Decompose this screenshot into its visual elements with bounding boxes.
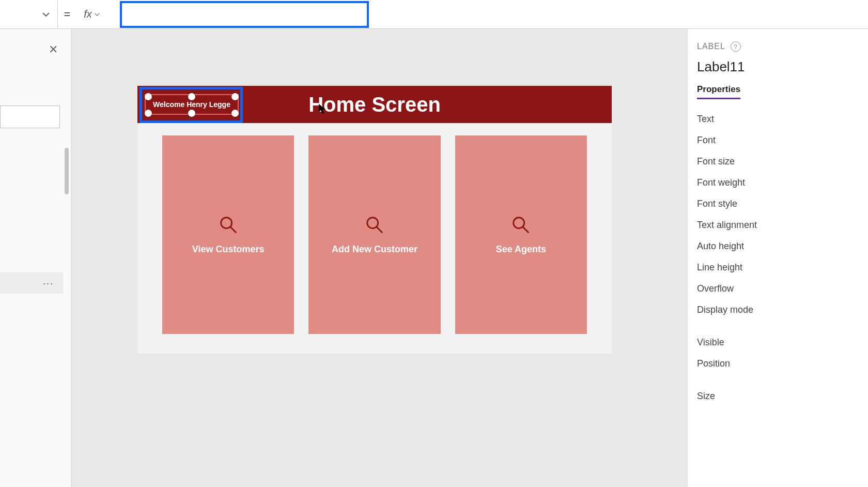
fx-button[interactable]: fx (76, 4, 107, 25)
search-icon (511, 215, 531, 235)
prop-font-size[interactable]: Font size (697, 151, 858, 172)
prop-font[interactable]: Font (697, 130, 858, 151)
prop-display-mode[interactable]: Display mode (697, 299, 858, 321)
prop-font-style[interactable]: Font style (697, 193, 858, 215)
element-type-label: LABEL (697, 42, 725, 51)
search-icon (219, 215, 238, 235)
svg-line-5 (523, 226, 529, 232)
prop-font-weight[interactable]: Font weight (697, 172, 858, 193)
prop-size[interactable]: Size (697, 386, 858, 407)
resize-handle[interactable] (231, 110, 239, 117)
tree-selected-row[interactable]: ... (0, 272, 63, 294)
resize-handle[interactable] (145, 110, 152, 117)
properties-panel: LABEL ? Label11 Properties Text Font Fon… (687, 29, 868, 487)
svg-point-4 (514, 217, 524, 228)
tiles-row: View Customers Add New Customer See Agen… (162, 135, 587, 334)
resize-handle[interactable] (231, 93, 239, 100)
prop-divider (697, 321, 858, 332)
left-search-input[interactable] (0, 105, 60, 128)
property-dropdown[interactable] (0, 0, 58, 29)
prop-line-height[interactable]: Line height (697, 257, 858, 278)
chevron-down-icon (94, 11, 100, 18)
resize-handle[interactable] (188, 93, 195, 100)
svg-point-0 (221, 217, 231, 228)
prop-divider (697, 374, 858, 386)
prop-overflow[interactable]: Overflow (697, 278, 858, 299)
left-scrollbar[interactable] (65, 148, 69, 194)
svg-line-3 (377, 226, 382, 232)
prop-visible[interactable]: Visible (697, 332, 858, 353)
app-screen[interactable]: Home Screen Welcome Henry Legge View Cus… (137, 86, 612, 354)
element-type-row: LABEL ? (697, 41, 858, 52)
element-name: Label11 (697, 59, 858, 75)
tile-see-agents[interactable]: See Agents (455, 135, 587, 334)
tile-label: View Customers (192, 244, 265, 255)
more-icon[interactable]: ... (43, 276, 54, 287)
equals-label: = (58, 8, 76, 21)
left-tree-panel: ✕ ... (0, 29, 71, 487)
search-icon (365, 215, 384, 235)
formula-bar: = fx Concatenate ("Welcome ", User().Ful… (0, 0, 868, 29)
fx-label: fx (84, 8, 92, 20)
svg-point-2 (367, 217, 378, 228)
tile-view-customers[interactable]: View Customers (162, 135, 294, 334)
help-icon[interactable]: ? (731, 41, 741, 52)
tab-properties[interactable]: Properties (697, 84, 740, 99)
prop-text[interactable]: Text (697, 109, 858, 130)
chevron-down-icon (42, 10, 50, 19)
canvas-area[interactable]: Home Screen Welcome Henry Legge View Cus… (71, 29, 687, 487)
prop-text-alignment[interactable]: Text alignment (697, 215, 858, 236)
tile-label: Add New Customer (332, 244, 417, 255)
tile-add-customer[interactable]: Add New Customer (308, 135, 440, 334)
formula-input[interactable]: Concatenate ("Welcome ", User().FullName… (107, 0, 868, 29)
cursor-icon (318, 103, 327, 115)
resize-handle[interactable] (145, 93, 152, 100)
prop-position[interactable]: Position (697, 353, 858, 374)
svg-line-1 (230, 226, 236, 232)
header-title: Home Screen (308, 93, 441, 116)
tile-label: See Agents (496, 244, 546, 255)
prop-auto-height[interactable]: Auto height (697, 236, 858, 257)
resize-handle[interactable] (188, 110, 195, 117)
close-icon[interactable]: ✕ (47, 43, 59, 56)
